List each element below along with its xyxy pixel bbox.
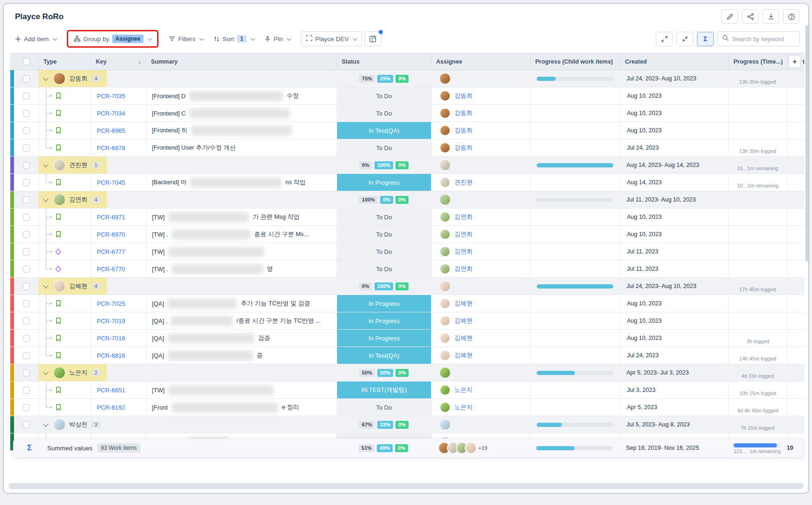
pin-button[interactable]: Pin — [265, 36, 291, 43]
work-item-key-link[interactable]: PCR-6770 — [97, 266, 125, 273]
row-checkbox[interactable] — [23, 127, 30, 134]
row-checkbox[interactable] — [23, 110, 30, 117]
view-selector[interactable]: Playce DEV — [301, 31, 362, 46]
column-header-summary[interactable]: Summary — [146, 53, 337, 70]
row-checkbox[interactable] — [23, 317, 30, 325]
status-badge[interactable]: IN TEST(개발팀) — [337, 382, 431, 398]
group-expand-chevron-icon[interactable] — [43, 162, 48, 167]
row-checkbox[interactable] — [23, 196, 30, 203]
row-checkbox[interactable] — [23, 179, 30, 186]
row-checkbox[interactable] — [23, 214, 30, 221]
assignee-name-link[interactable]: 김혜현 — [454, 299, 473, 308]
status-badge[interactable]: In Progress — [337, 295, 431, 312]
group-expand-chevron-icon[interactable] — [43, 75, 48, 80]
search-input[interactable] — [732, 36, 793, 43]
work-item-key-link[interactable]: PCR-6878 — [97, 144, 125, 152]
assignee-name-link[interactable]: 강동희 — [454, 126, 473, 135]
group-expand-chevron-icon[interactable] — [43, 369, 48, 375]
group-label[interactable]: 박상천3 — [38, 416, 107, 433]
work-item-key-link[interactable]: PCR-7016 — [97, 335, 125, 342]
work-item-key-link[interactable]: PCR-7034 — [97, 110, 125, 117]
group-label[interactable]: 견진현1 — [38, 157, 107, 173]
horizontal-scrollbar[interactable] — [8, 483, 804, 489]
group-expand-chevron-icon[interactable] — [43, 283, 48, 288]
status-badge[interactable]: In Progress — [337, 330, 431, 346]
work-item-key-link[interactable]: PCR-6192 — [97, 404, 125, 411]
status-badge[interactable]: To Do — [337, 260, 431, 277]
board-view-button[interactable] — [365, 31, 381, 46]
expand-all-button[interactable] — [656, 32, 673, 46]
row-checkbox[interactable] — [23, 300, 30, 307]
assignee-name-link[interactable]: 견진현 — [454, 178, 473, 187]
work-item-key-link[interactable]: PCR-6970 — [97, 231, 125, 238]
row-checkbox[interactable] — [23, 369, 30, 376]
assignee-name-link[interactable]: 노은지 — [454, 386, 473, 394]
assignee-name-link[interactable]: 강동희 — [454, 144, 473, 152]
column-header-progress-child[interactable]: Progress (Child work items) — [530, 53, 620, 70]
row-checkbox[interactable] — [23, 404, 30, 411]
work-item-key-link[interactable]: PCR-7019 — [97, 317, 125, 325]
group-by-button[interactable]: Group by Assignee — [74, 35, 151, 43]
group-label[interactable]: 노은지2 — [38, 364, 107, 381]
status-badge[interactable]: In Progress — [337, 174, 431, 191]
status-badge[interactable]: To Do — [337, 139, 431, 156]
assignee-name-link[interactable]: 김혜현 — [454, 351, 473, 360]
status-badge[interactable]: To Do — [337, 209, 431, 225]
column-header-type[interactable]: Type — [38, 53, 91, 70]
row-checkbox[interactable] — [23, 335, 30, 342]
row-checkbox[interactable] — [23, 283, 30, 290]
row-checkbox[interactable] — [23, 421, 30, 428]
export-button[interactable] — [762, 9, 779, 24]
row-checkbox[interactable] — [23, 93, 30, 100]
row-checkbox[interactable] — [23, 75, 30, 82]
work-item-key-link[interactable]: PCR-6965 — [97, 127, 125, 134]
column-header-key[interactable]: Key↓ — [91, 53, 146, 70]
status-badge[interactable]: In Test(QA) — [337, 122, 431, 139]
assignee-name-link[interactable]: 김연희 — [454, 230, 473, 238]
filters-button[interactable]: Filters — [169, 36, 203, 43]
select-all-checkbox[interactable] — [23, 58, 30, 65]
status-badge[interactable]: To Do — [337, 87, 431, 104]
status-badge[interactable]: To Do — [337, 105, 431, 122]
sort-button[interactable]: Sort 1 — [214, 35, 254, 43]
group-expand-chevron-icon[interactable] — [43, 421, 48, 426]
row-checkbox[interactable] — [23, 231, 30, 238]
edit-button[interactable] — [721, 9, 738, 24]
assignee-name-link[interactable]: 김혜현 — [454, 334, 473, 342]
assignee-name-link[interactable]: 강동희 — [454, 92, 473, 100]
work-item-key-link[interactable]: PCR-6777 — [97, 248, 125, 255]
status-badge[interactable]: In Test(QA) — [337, 347, 431, 364]
work-item-key-link[interactable]: PCR-7045 — [97, 179, 125, 186]
column-header-status[interactable]: Status — [337, 53, 431, 70]
row-checkbox[interactable] — [23, 266, 30, 273]
vertical-scrollbar[interactable] — [805, 25, 808, 261]
sum-toggle-button[interactable]: Σ — [697, 32, 714, 46]
group-label[interactable]: 김연희4 — [38, 191, 107, 208]
row-checkbox[interactable] — [23, 162, 30, 169]
group-label[interactable]: 김혜현4 — [38, 278, 107, 295]
collapse-all-button[interactable] — [676, 32, 693, 46]
assignee-name-link[interactable]: 김혜현 — [454, 317, 473, 325]
add-column-button[interactable]: + — [789, 56, 801, 68]
status-badge[interactable]: To Do — [337, 243, 431, 260]
row-checkbox[interactable] — [23, 387, 30, 394]
add-item-button[interactable]: Add item — [15, 36, 57, 43]
row-checkbox[interactable] — [23, 144, 30, 152]
assignee-name-link[interactable]: 김연희 — [454, 213, 473, 221]
column-header-created[interactable]: Created — [620, 53, 728, 70]
help-button[interactable] — [783, 9, 800, 24]
group-expand-chevron-icon[interactable] — [43, 196, 48, 202]
work-item-key-link[interactable]: PCR-7035 — [97, 93, 125, 100]
assignee-name-link[interactable]: 강동희 — [454, 109, 473, 117]
assignee-name-link[interactable]: 김연희 — [454, 247, 473, 256]
group-label[interactable]: 강동희4 — [38, 70, 107, 87]
status-badge[interactable]: To Do — [337, 226, 431, 243]
work-item-key-link[interactable]: PCR-6651 — [97, 387, 125, 394]
row-checkbox[interactable] — [23, 352, 30, 359]
column-header-progress-time[interactable]: Progress (Time...) — [728, 53, 787, 70]
share-button[interactable] — [742, 9, 759, 24]
work-item-key-link[interactable]: PCR-7025 — [97, 300, 125, 307]
assignee-name-link[interactable]: 김연희 — [454, 265, 473, 273]
status-badge[interactable]: To Do — [337, 399, 431, 416]
row-checkbox[interactable] — [23, 248, 30, 255]
